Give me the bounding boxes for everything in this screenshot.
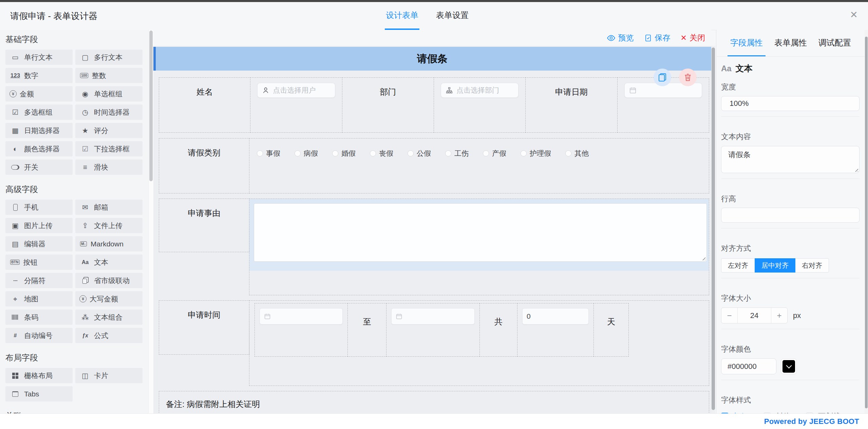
sidebar-item-自动编号[interactable]: #自动编号 [5,328,73,343]
font-color-input[interactable]: #000000 [721,358,776,374]
sidebar-item-栅格布局[interactable]: 栅格布局 [5,368,73,383]
sidebar-item-多选框组[interactable]: ☑多选框组 [5,105,73,120]
align-button-右对齐[interactable]: 右对齐 [795,258,829,273]
name-label-cell[interactable]: 姓名 [159,77,250,133]
dept-picker-input[interactable]: 点击选择部门 [441,83,518,98]
sidebar-item-颜色选择器[interactable]: ◐颜色选择器 [5,141,73,156]
sidebar-item-文件上传[interactable]: ⇪文件上传 [75,218,143,233]
sidebar-item-时间选择器[interactable]: ◷时间选择器 [75,105,143,120]
sidebar-scrollbar-thumb[interactable] [149,31,153,181]
color-swatch-button[interactable] [781,358,797,374]
resize-handle[interactable] [854,167,858,172]
line-height-input[interactable] [721,208,860,223]
panel-tab-字段属性[interactable]: 字段属性 [728,30,766,56]
dept-field-cell[interactable]: 点击选择部门 [434,77,526,133]
to-label-cell[interactable]: 至 [347,303,386,357]
preview-button[interactable]: 预览 [607,33,634,43]
sidebar-item-单选框组[interactable]: ◉单选框组 [75,86,143,101]
canvas-scrollbar-thumb[interactable] [712,48,715,410]
sidebar-item-label: 整数 [92,71,106,80]
panel-tab-调试配置[interactable]: 调试配置 [816,30,854,56]
leave-type-label-cell[interactable]: 请假类别 [159,138,249,193]
content-textarea[interactable]: 请假条 [721,146,860,173]
close-form-button[interactable]: ✕ 关闭 [681,33,705,43]
delete-widget-button[interactable] [679,69,697,86]
sidebar-item-整数[interactable]: 100整数 [75,68,143,83]
days-input[interactable]: 0 [522,308,589,324]
sidebar-scrollbar[interactable] [148,30,153,413]
days-cell[interactable]: 0 [517,303,594,357]
canvas-scrollbar[interactable] [711,46,715,413]
dept-label-cell[interactable]: 部门 [342,77,434,133]
leave-type-field-cell[interactable]: 事假病假婚假丧假公假工伤产假护理假其他 [249,138,709,193]
save-button[interactable]: 保存 [644,33,671,43]
reason-label-cell[interactable]: 申请事由 [159,199,249,252]
tab-设计表单[interactable]: 设计表单 [385,2,419,30]
sidebar-item-数字[interactable]: 123数字 [5,68,73,83]
panel-tab-表单属性[interactable]: 表单属性 [772,30,810,56]
sidebar-item-按钮[interactable]: BTN按钮 [5,255,73,270]
sidebar-item-编辑器[interactable]: ▤编辑器 [5,236,73,251]
days-unit-cell[interactable]: 天 [593,303,629,357]
sidebar-item-Markdown[interactable]: M↓Markdown [75,236,143,251]
sidebar-item-开关[interactable]: 开关 [5,160,73,175]
sidebar-item-日期选择器[interactable]: ▦日期选择器 [5,123,73,138]
sidebar-item-下拉选择框[interactable]: ☑下拉选择框 [75,141,143,156]
page-scrollbar-thumb[interactable] [865,37,868,408]
sidebar-item-手机[interactable]: 手机 [5,200,73,215]
radio-option-护理假[interactable]: 护理假 [521,149,551,158]
sidebar-item-金额[interactable]: ¥金额 [5,86,73,101]
width-input[interactable]: 100% [721,96,860,111]
sidebar-item-单行文本[interactable]: ▭单行文本 [5,50,73,65]
sidebar-item-多行文本[interactable]: ▢多行文本 [75,50,143,65]
font-size-value[interactable]: 24 [737,308,771,323]
sidebar-item-文本[interactable]: Aa文本 [75,255,143,270]
radio-option-其他[interactable]: 其他 [565,149,589,158]
radio-option-产假[interactable]: 产假 [483,149,506,158]
time-label-cell[interactable]: 申请时间 [159,300,249,355]
time-field-cell[interactable]: 至 共 0 天 [249,300,709,386]
sidebar-item-Tabs[interactable]: Tabs [5,386,73,402]
form-title-widget[interactable]: 请假条 [153,47,711,71]
plus-button[interactable]: + [771,308,787,323]
sidebar-item-条码[interactable]: 条码 [5,310,73,325]
sidebar-item-分隔符[interactable]: ┄分隔符 [5,273,73,288]
end-date-cell[interactable] [386,303,480,357]
tab-表单设置[interactable]: 表单设置 [435,2,470,30]
sidebar-item-文本组合[interactable]: ⁂文本组合 [75,310,143,325]
close-icon[interactable]: ✕ [850,10,858,20]
user-picker-input[interactable]: 点击选择用户 [257,83,335,98]
copy-widget-button[interactable] [654,69,671,86]
radio-option-病假[interactable]: 病假 [295,149,318,158]
sidebar-item-滑块[interactable]: ≡滑块 [75,160,143,175]
user-picker-placeholder: 点击选择用户 [273,86,316,95]
start-date-cell[interactable] [254,303,348,357]
radio-option-事假[interactable]: 事假 [257,149,280,158]
reason-textarea[interactable] [254,203,707,262]
reason-field-cell[interactable] [249,199,709,295]
align-button-左对齐[interactable]: 左对齐 [721,258,755,273]
name-field-cell[interactable]: 点击选择用户 [250,77,342,133]
sidebar-item-邮箱[interactable]: ✉邮箱 [75,200,143,215]
minus-button[interactable]: − [721,308,737,323]
sidebar-item-label: 开关 [24,163,38,172]
align-button-居中对齐[interactable]: 居中对齐 [755,258,795,273]
sidebar-item-评分[interactable]: ★评分 [75,123,143,138]
radio-option-工伤[interactable]: 工伤 [445,149,469,158]
sidebar-item-公式[interactable]: ƒx公式 [75,328,143,343]
radio-option-婚假[interactable]: 婚假 [332,149,356,158]
apply-date-label-cell[interactable]: 申请日期 [525,77,617,133]
end-date-input[interactable] [391,308,475,324]
sidebar-item-省市级联动[interactable]: 省市级联动 [75,273,143,288]
sidebar-item-大写金额[interactable]: ¥大写金额 [75,291,143,306]
sidebar-item-地图[interactable]: ⌖地图 [5,291,73,306]
page-scrollbar[interactable] [865,30,868,413]
radio-option-公假[interactable]: 公假 [408,149,431,158]
resize-handle[interactable] [701,256,705,260]
total-label-cell[interactable]: 共 [479,303,517,357]
sidebar-item-图片上传[interactable]: ▣图片上传 [5,218,73,233]
start-date-input[interactable] [260,308,343,324]
radio-option-丧假[interactable]: 丧假 [370,149,393,158]
form-row-note[interactable]: 备注: 病假需附上相关证明 [159,391,709,413]
sidebar-item-卡片[interactable]: ◫卡片 [75,368,143,383]
